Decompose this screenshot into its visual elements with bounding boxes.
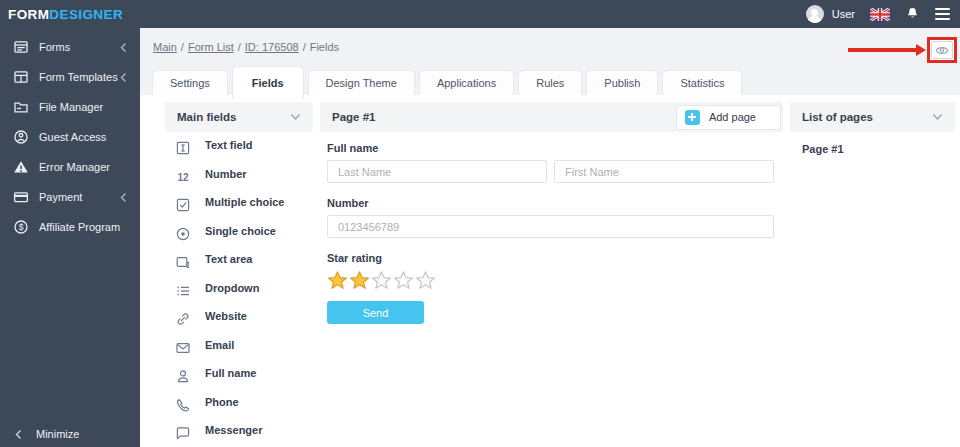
field-type-email[interactable]: Email: [165, 334, 313, 363]
field-type-website[interactable]: Website: [165, 305, 313, 334]
number-input[interactable]: [327, 215, 774, 238]
number-label: Number: [327, 197, 774, 209]
guest-access-icon: [13, 129, 29, 145]
field-type-text-field[interactable]: Text field: [165, 134, 313, 163]
star-icon[interactable]: [415, 270, 436, 291]
main-area: Main/Form List/ID: 176508/Fields Setting…: [140, 28, 960, 447]
logo-part-designer: DESIGNER: [49, 7, 123, 22]
star-rating-label: Star rating: [327, 252, 774, 264]
text-area-icon: [175, 254, 191, 270]
user-menu[interactable]: User: [832, 8, 855, 20]
file-manager-icon: [13, 99, 29, 115]
number-icon: 12: [175, 169, 191, 185]
user-avatar[interactable]: [806, 5, 824, 23]
sidebar-minimize-button[interactable]: Minimize: [0, 421, 140, 447]
breadcrumb-form-list[interactable]: Form List: [188, 41, 234, 53]
text-field-icon: [175, 140, 191, 156]
content-area: Main fields Text field 12 Numbe: [140, 95, 960, 447]
svg-text:12: 12: [177, 172, 189, 183]
hamburger-icon[interactable]: [935, 8, 950, 20]
payment-icon: [13, 189, 29, 205]
annotation-arrow-head: [916, 44, 926, 56]
annotation-arrow: [848, 48, 918, 52]
tab-statistics[interactable]: Statistics: [662, 70, 742, 95]
add-page-button[interactable]: Add page: [676, 105, 781, 130]
single-choice-icon: [175, 226, 191, 242]
formdesigner-app: FORMDESIGNER User: [0, 0, 960, 447]
sidebar-item-file-manager[interactable]: File Manager: [0, 92, 140, 122]
breadcrumb: Main/Form List/ID: 176508/Fields: [153, 41, 339, 53]
field-type-dropdown[interactable]: Dropdown: [165, 277, 313, 306]
form-templates-icon: [13, 69, 29, 85]
star-icon[interactable]: [393, 270, 414, 291]
language-flag-icon[interactable]: [870, 8, 890, 21]
annotation-highlight-box: [927, 37, 957, 63]
field-type-text-area[interactable]: Text area: [165, 248, 313, 277]
tab-fields[interactable]: Fields: [232, 66, 304, 99]
send-button[interactable]: Send: [327, 301, 424, 324]
last-name-input[interactable]: [327, 160, 547, 183]
sidebar-item-form-templates[interactable]: Form Templates: [0, 62, 140, 92]
website-icon: [175, 311, 191, 327]
form-preview: Full name Number Star rating: [320, 132, 783, 324]
breadcrumb-current: Fields: [310, 41, 339, 53]
multiple-choice-icon: [175, 197, 191, 213]
svg-text:$: $: [19, 222, 24, 232]
chevron-down-icon: [290, 113, 301, 121]
tab-publish[interactable]: Publish: [586, 70, 658, 95]
main-fields-panel: Main fields Text field 12 Numbe: [165, 102, 313, 447]
chevron-down-icon: [932, 113, 943, 121]
top-header: FORMDESIGNER User: [0, 0, 960, 28]
star-icon[interactable]: [349, 270, 370, 291]
preview-eye-button[interactable]: [931, 41, 953, 59]
star-rating: [327, 270, 774, 291]
page-panel: Page #1 Add page Full name Number: [320, 102, 783, 324]
field-type-number[interactable]: 12 Number: [165, 163, 313, 192]
dropdown-icon: [175, 283, 191, 299]
field-type-list: Text field 12 Number Multiple choice: [165, 134, 313, 447]
sidebar-item-affiliate-program[interactable]: $ Affiliate Program: [0, 212, 140, 242]
phone-icon: [175, 397, 191, 413]
breadcrumb-form-id[interactable]: ID: 176508: [245, 41, 299, 53]
logo-part-form: FORM: [8, 7, 49, 22]
field-type-full-name[interactable]: Full name: [165, 362, 313, 391]
field-type-single-choice[interactable]: Single choice: [165, 220, 313, 249]
page-list-item[interactable]: Page #1: [802, 143, 943, 155]
app-logo: FORMDESIGNER: [8, 7, 123, 22]
eye-icon: [935, 45, 949, 56]
sidebar-item-forms[interactable]: Forms: [0, 32, 140, 62]
plus-icon: [685, 110, 700, 125]
chevron-left-icon: [119, 192, 128, 203]
full-name-icon: [175, 368, 191, 384]
full-name-label: Full name: [327, 142, 774, 154]
list-of-pages-panel: List of pages Page #1: [790, 102, 955, 166]
sidebar-item-error-manager[interactable]: Error Manager: [0, 152, 140, 182]
messenger-icon: [175, 425, 191, 441]
bell-icon[interactable]: [905, 6, 920, 22]
first-name-input[interactable]: [554, 160, 774, 183]
chevron-left-icon: [119, 72, 128, 83]
error-manager-icon: [13, 159, 29, 175]
sidebar: Forms Form Templates File Manager: [0, 28, 140, 447]
field-type-messenger[interactable]: Messenger: [165, 419, 313, 447]
forms-icon: [13, 39, 29, 55]
email-icon: [175, 340, 191, 356]
field-type-multiple-choice[interactable]: Multiple choice: [165, 191, 313, 220]
breadcrumb-main[interactable]: Main: [153, 41, 177, 53]
tab-settings[interactable]: Settings: [152, 70, 228, 95]
sidebar-item-guest-access[interactable]: Guest Access: [0, 122, 140, 152]
tab-applications[interactable]: Applications: [419, 70, 514, 95]
tab-bar: Settings Fields Design Theme Application…: [152, 66, 742, 95]
affiliate-program-icon: $: [13, 219, 29, 235]
page-panel-header: Page #1 Add page: [320, 102, 783, 132]
main-fields-header[interactable]: Main fields: [165, 102, 313, 132]
star-icon[interactable]: [327, 270, 348, 291]
list-of-pages-header[interactable]: List of pages: [790, 102, 955, 132]
chevron-left-icon: [14, 429, 23, 440]
tab-design-theme[interactable]: Design Theme: [308, 70, 415, 95]
chevron-left-icon: [119, 42, 128, 53]
field-type-phone[interactable]: Phone: [165, 391, 313, 420]
sidebar-item-payment[interactable]: Payment: [0, 182, 140, 212]
tab-rules[interactable]: Rules: [518, 70, 582, 95]
star-icon[interactable]: [371, 270, 392, 291]
